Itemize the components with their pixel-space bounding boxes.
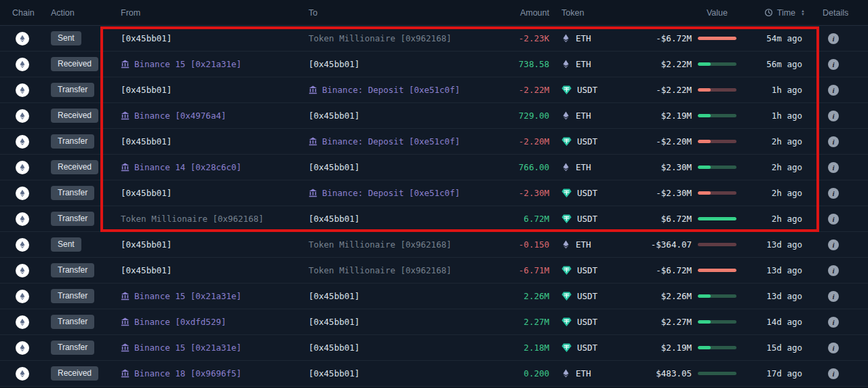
time-ago: 13d ago (766, 291, 802, 301)
time-ago: 14d ago (766, 317, 802, 327)
time-ago: 2h ago (772, 162, 802, 172)
info-icon[interactable]: i (828, 239, 839, 250)
token-symbol: ETH (576, 111, 591, 121)
column-header-label: Chain (12, 8, 35, 18)
from-address[interactable]: Binance 15 [0x21a31e] (121, 291, 241, 301)
amount-value: 766.00 (519, 162, 549, 172)
to-address[interactable]: [0x45bb01] (309, 317, 359, 327)
to-address[interactable]: [0x45bb01] (309, 111, 359, 121)
from-address[interactable]: [0x45bb01] (121, 188, 172, 198)
clock-icon (764, 8, 773, 17)
to-address[interactable]: Token Millionaire [0x962168] (309, 265, 452, 275)
table-row[interactable]: Received Binance 14 [0x28c6c0] [0x45bb01… (0, 155, 868, 180)
from-address[interactable]: Binance [0xdfd529] (121, 317, 226, 327)
table-row[interactable]: Transfer Binance 15 [0x21a31e] [0x45bb01… (0, 335, 868, 361)
to-address[interactable]: [0x45bb01] (309, 162, 359, 172)
token-symbol: USDT (577, 291, 597, 301)
token-symbol: USDT (577, 214, 597, 224)
info-icon[interactable]: i (828, 136, 839, 147)
value-bar (698, 294, 736, 298)
from-address[interactable]: [0x45bb01] (121, 136, 172, 147)
time-ago: 1h ago (772, 85, 802, 95)
info-icon[interactable]: i (828, 291, 839, 302)
action-badge: Transfer (51, 134, 94, 149)
to-address[interactable]: [0x45bb01] (309, 59, 359, 69)
from-address[interactable]: [0x45bb01] (121, 85, 172, 95)
to-address[interactable]: [0x45bb01] (309, 214, 359, 224)
info-icon[interactable]: i (828, 59, 839, 70)
usd-value: $2.22M (661, 59, 692, 69)
from-address[interactable]: [0x45bb01] (121, 239, 172, 250)
info-icon[interactable]: i (828, 188, 839, 199)
bank-icon (121, 369, 130, 378)
bank-icon (309, 85, 317, 94)
address-label: Binance 14 [0x28c6c0] (134, 162, 241, 172)
info-icon[interactable]: i (828, 368, 839, 379)
usdt-token-icon (561, 85, 572, 95)
usd-value: $2.26M (661, 291, 692, 301)
table-row[interactable]: Transfer Token Millionaire [0x962168] [0… (0, 206, 868, 232)
column-header-label: From (121, 8, 140, 18)
from-address[interactable]: [0x45bb01] (121, 33, 172, 43)
to-address[interactable]: Binance: Deposit [0xe51c0f] (309, 188, 460, 198)
info-icon[interactable]: i (828, 162, 839, 173)
table-row[interactable]: Transfer Binance 15 [0x21a31e] [0x45bb01… (0, 284, 868, 309)
to-address[interactable]: Binance: Deposit [0xe51c0f] (309, 85, 460, 95)
info-icon[interactable]: i (828, 317, 839, 328)
action-badge: Sent (51, 31, 81, 45)
amount-value: 6.72M (524, 214, 549, 224)
table-row[interactable]: Received Binance 15 [0x21a31e] [0x45bb01… (0, 52, 868, 77)
amount-value: -2.20M (519, 136, 549, 147)
ethereum-chain-icon (16, 238, 29, 252)
table-row[interactable]: Transfer [0x45bb01] Binance: Deposit [0x… (0, 77, 868, 103)
to-address[interactable]: Binance: Deposit [0xe51c0f] (309, 136, 460, 147)
table-row[interactable]: Sent [0x45bb01] Token Millionaire [0x962… (0, 26, 868, 52)
usdt-token-icon (561, 291, 572, 301)
sort-icon[interactable]: ▲▼ (801, 9, 805, 16)
address-label: [0x45bb01] (121, 85, 172, 95)
usdt-token-icon (561, 136, 572, 147)
from-address[interactable]: [0x45bb01] (121, 265, 172, 275)
info-icon[interactable]: i (828, 214, 839, 225)
action-badge: Transfer (51, 315, 94, 329)
address-label: [0x45bb01] (309, 368, 359, 379)
usd-value: $2.30M (661, 162, 692, 172)
to-address[interactable]: [0x45bb01] (309, 291, 359, 301)
to-address[interactable]: Token Millionaire [0x962168] (309, 239, 452, 250)
table-row[interactable]: Transfer Binance [0xdfd529] [0x45bb01] 2… (0, 309, 868, 335)
table-row[interactable]: Transfer [0x45bb01] Token Millionaire [0… (0, 258, 868, 284)
info-icon[interactable]: i (828, 111, 839, 121)
info-icon[interactable]: i (828, 33, 839, 44)
ethereum-chain-icon (16, 83, 29, 97)
time-ago: 17d ago (766, 368, 802, 379)
token-symbol: ETH (576, 59, 591, 69)
info-icon[interactable]: i (828, 265, 839, 276)
to-address[interactable]: Token Millionaire [0x962168] (309, 33, 452, 43)
from-address[interactable]: Token Millionaire [0x962168] (121, 214, 264, 224)
from-address[interactable]: Binance 14 [0x28c6c0] (121, 162, 241, 172)
address-label: [0x45bb01] (309, 214, 359, 224)
column-header-time[interactable]: Time ▲▼ (743, 8, 810, 18)
table-row[interactable]: Sent [0x45bb01] Token Millionaire [0x962… (0, 232, 868, 258)
info-icon[interactable]: i (828, 85, 839, 96)
address-label: [0x45bb01] (121, 239, 172, 250)
to-address[interactable]: [0x45bb01] (309, 343, 359, 353)
info-icon[interactable]: i (828, 343, 839, 353)
from-address[interactable]: Binance 18 [0x9696f5] (121, 368, 241, 379)
from-address[interactable]: Binance 15 [0x21a31e] (121, 59, 241, 69)
table-row[interactable]: Transfer [0x45bb01] Binance: Deposit [0x… (0, 180, 868, 206)
table-row[interactable]: Received Binance [0x4976a4] [0x45bb01] 7… (0, 103, 868, 129)
usdt-token-icon (561, 265, 572, 275)
from-address[interactable]: Binance [0x4976a4] (121, 111, 226, 121)
eth-token-icon (561, 111, 570, 120)
column-header-from: From (121, 8, 309, 18)
from-address[interactable]: Binance 15 [0x21a31e] (121, 343, 241, 353)
table-row[interactable]: Transfer [0x45bb01] Binance: Deposit [0x… (0, 129, 868, 155)
bank-icon (309, 137, 317, 146)
ethereum-chain-icon (16, 290, 29, 303)
usd-value: $2.19M (661, 111, 692, 121)
table-row[interactable]: Received Binance 18 [0x9696f5] [0x45bb01… (0, 361, 868, 387)
time-ago: 2h ago (772, 188, 802, 198)
bank-icon (121, 111, 130, 120)
to-address[interactable]: [0x45bb01] (309, 368, 359, 379)
